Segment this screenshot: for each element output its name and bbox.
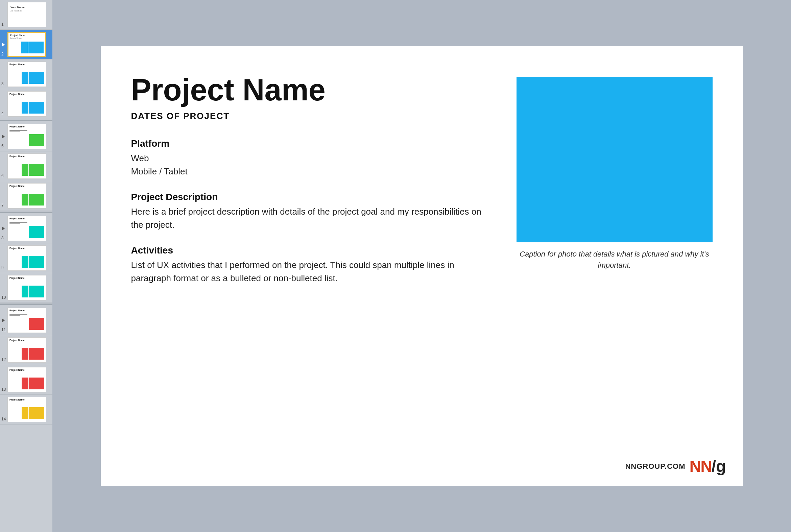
slide-number-9: 9	[1, 265, 4, 270]
slide4-color-rect2	[22, 102, 29, 114]
slide12-color-rect2	[22, 348, 29, 360]
slide11-color-rect	[29, 318, 44, 330]
activities-text: List of UX activities that I performed o…	[131, 259, 493, 285]
slide7-color-rect	[29, 194, 44, 206]
slide-thumb-12[interactable]: Project Name 12	[0, 335, 52, 365]
divider-1	[0, 120, 52, 121]
footer-url: NNGROUP.COM	[625, 462, 685, 471]
slide-footer: NNGROUP.COM NN / g	[625, 457, 726, 476]
slide9-color-rect2	[22, 256, 29, 268]
platform-text: Web Mobile / Tablet	[131, 152, 493, 178]
slide-thumb-4[interactable]: Project Name 4	[0, 89, 52, 119]
slide-number-13: 13	[1, 387, 6, 392]
slide-number-1: 1	[1, 22, 4, 27]
slide-right-column: Caption for photo that details what is p…	[513, 73, 716, 459]
slide13-color-rect2	[22, 378, 29, 390]
slide13-title: Project Name	[10, 369, 25, 371]
slide5-color-rect	[29, 134, 44, 146]
slide6-color-rect	[29, 164, 44, 176]
slide-number-8: 8	[1, 235, 4, 240]
slide1-name: Your Name	[11, 6, 25, 9]
project-description-heading: Project Description	[131, 192, 493, 203]
active-triangle-icon	[2, 43, 5, 46]
slide-thumb-2[interactable]: Project Name Dates of Project 2	[0, 30, 52, 59]
slide11-title: Project Name	[10, 309, 25, 311]
slide8-title: Project Name	[10, 217, 25, 220]
slide2-color-rect	[29, 42, 44, 53]
slide-thumb-10[interactable]: Project Name 10	[0, 273, 52, 303]
slide-thumb-8[interactable]: Project Name 8	[0, 214, 52, 243]
main-area: Project Name DATES OF PROJECT Platform W…	[52, 0, 791, 532]
platform-line2: Mobile / Tablet	[131, 166, 188, 176]
slide6-color-rect2	[22, 164, 29, 176]
slide7-title: Project Name	[10, 185, 25, 187]
slide9-color-rect	[29, 256, 44, 268]
logo-nn-text: NN	[690, 457, 712, 476]
slide5-lines	[10, 130, 27, 133]
slide-thumb-14[interactable]: Project Name 14	[0, 395, 52, 424]
slide10-color-rect2	[22, 286, 29, 298]
slide-thumb-6[interactable]: Project Name 6	[0, 151, 52, 181]
slide-number-7: 7	[1, 203, 4, 208]
nngroup-logo: NN / g	[690, 457, 726, 476]
slide6-title: Project Name	[10, 155, 25, 157]
slide14-title: Project Name	[10, 399, 25, 401]
slide13-color-rect	[29, 378, 44, 390]
slide-thumb-3[interactable]: Project Name 3	[0, 59, 52, 89]
project-description-text: Here is a brief project description with…	[131, 205, 493, 231]
slide9-title: Project Name	[10, 247, 25, 249]
slide-number-3: 3	[1, 81, 4, 86]
slide3-title: Project Name	[10, 63, 25, 65]
slide-number-11: 11	[1, 327, 6, 332]
slide4-color-rect	[29, 102, 44, 114]
slide14-color-rect2	[22, 407, 29, 419]
slide-left-column: Project Name DATES OF PROJECT Platform W…	[131, 73, 493, 459]
slide8-lines	[10, 222, 27, 225]
slide11-lines	[10, 314, 27, 317]
logo-g-text: g	[716, 457, 726, 476]
slide10-title: Project Name	[10, 277, 25, 279]
triangle-8-icon	[2, 226, 5, 230]
triangle-5-icon	[2, 134, 5, 138]
activities-heading: Activities	[131, 245, 493, 256]
slide1-subtitle: Job Title / Role	[11, 10, 22, 12]
slide-number-4: 4	[1, 111, 4, 116]
slide10-color-rect	[29, 286, 44, 298]
slide-canvas: Project Name DATES OF PROJECT Platform W…	[101, 46, 743, 486]
divider-3	[0, 304, 52, 305]
slide-number-2: 2	[1, 52, 4, 56]
slide-thumb-7[interactable]: Project Name 7	[0, 181, 52, 211]
slide2-title: Project Name	[10, 34, 25, 37]
slide-thumb-5[interactable]: Project Name 5	[0, 122, 52, 151]
divider-2	[0, 212, 52, 213]
slide-thumb-9[interactable]: Project Name 9	[0, 243, 52, 273]
slide14-color-rect	[29, 407, 44, 419]
platform-line1: Web	[131, 153, 149, 163]
slide12-color-rect	[29, 348, 44, 360]
project-name-heading: Project Name	[131, 73, 493, 107]
slide-thumb-1[interactable]: Your Name Job Title / Role 1	[0, 0, 52, 30]
slide-number-6: 6	[1, 173, 4, 178]
slide-number-12: 12	[1, 357, 6, 362]
photo-placeholder	[516, 77, 713, 242]
slide5-title: Project Name	[10, 126, 25, 128]
slide-number-10: 10	[1, 295, 6, 300]
slide-number-5: 5	[1, 144, 4, 148]
slide3-color-rect	[29, 72, 44, 84]
slide8-color-rect	[29, 226, 44, 238]
photo-caption: Caption for photo that details what is p…	[513, 248, 716, 271]
logo-slash-text: /	[712, 457, 716, 476]
platform-heading: Platform	[131, 138, 493, 149]
slide2-color-rect2	[21, 42, 28, 53]
triangle-11-icon	[2, 318, 5, 322]
slide-thumb-13[interactable]: Project Name 13	[0, 365, 52, 395]
slide-number-14: 14	[1, 417, 6, 421]
slide12-title: Project Name	[10, 339, 25, 341]
slide3-color-rect2	[22, 72, 29, 84]
dates-label: DATES OF PROJECT	[131, 111, 493, 121]
slide4-title: Project Name	[10, 93, 25, 95]
slide7-color-rect2	[22, 194, 29, 206]
slide-panel: Your Name Job Title / Role 1 Project Nam…	[0, 0, 52, 532]
slide-thumb-11[interactable]: Project Name 11	[0, 306, 52, 335]
